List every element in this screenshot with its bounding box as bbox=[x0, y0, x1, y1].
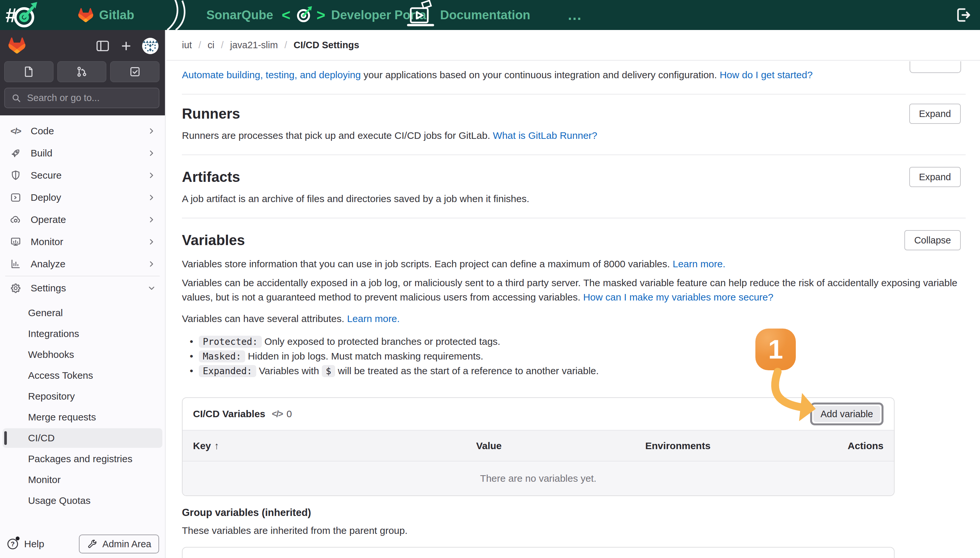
intro-text: Automate building, testing, and deployin… bbox=[182, 61, 966, 82]
logout-button[interactable] bbox=[953, 5, 972, 25]
sidebar-item-packages-registries[interactable]: Packages and registries bbox=[3, 449, 163, 469]
bookmark-label: Gitlab bbox=[99, 8, 134, 22]
search-icon bbox=[11, 93, 22, 103]
sort-ascending-icon: ↑ bbox=[214, 440, 219, 451]
column-value: Value bbox=[476, 440, 645, 451]
variables-section-header: Variables Collapse bbox=[182, 230, 966, 250]
admin-area-button[interactable]: Admin Area bbox=[79, 535, 159, 553]
artifacts-expand-button[interactable]: Expand bbox=[909, 167, 961, 187]
list-item: Expanded: Variables with $ will be treat… bbox=[182, 364, 966, 378]
avatar-pattern bbox=[142, 38, 158, 54]
issues-shortcut-button[interactable] bbox=[4, 61, 54, 82]
sidebar-item-cicd[interactable]: CI/CD bbox=[3, 428, 163, 448]
gitlab-sidebar: + bbox=[0, 30, 166, 558]
gear-icon bbox=[10, 282, 21, 294]
column-key[interactable]: Key↑ bbox=[193, 440, 476, 451]
sidebar-collapse-button[interactable] bbox=[95, 38, 110, 53]
angle-bracket-left-icon: < bbox=[282, 8, 291, 23]
merge-request-icon bbox=[75, 65, 89, 78]
bookmark-label: Documentation bbox=[440, 8, 530, 22]
wrench-icon bbox=[87, 538, 98, 550]
variables-count-badge: 0 bbox=[287, 409, 292, 420]
chevron-right-icon bbox=[147, 259, 156, 269]
runners-expand-button[interactable]: Expand bbox=[909, 103, 961, 124]
variable-attributes-list: Protected: Only exposed to protected bra… bbox=[182, 335, 966, 378]
help-button[interactable]: ? Help bbox=[6, 537, 44, 551]
sidebar-item-settings[interactable]: Settings bbox=[3, 278, 163, 299]
active-indicator bbox=[4, 431, 7, 445]
todos-shortcut-button[interactable] bbox=[110, 61, 159, 82]
code-icon: </> bbox=[10, 126, 21, 136]
annotation-highlight-ring: Add variable bbox=[810, 402, 883, 425]
app-logo[interactable]: # bbox=[5, 1, 40, 29]
code-icon: </> bbox=[272, 409, 282, 419]
sidebar-item-code[interactable]: </> Code bbox=[3, 121, 163, 141]
plus-icon: + bbox=[121, 36, 131, 56]
breadcrumb-subgroup[interactable]: ci bbox=[208, 40, 215, 51]
chevron-right-icon bbox=[147, 193, 156, 202]
sidebar-item-monitor[interactable]: Monitor bbox=[3, 231, 163, 252]
chevron-right-icon bbox=[147, 148, 156, 158]
todo-check-icon bbox=[128, 65, 141, 78]
sidebar-item-build[interactable]: Build bbox=[3, 143, 163, 164]
sidebar-item-webhooks[interactable]: Webhooks bbox=[3, 345, 163, 364]
what-is-runner-link[interactable]: What is GitLab Runner? bbox=[493, 130, 597, 141]
runners-section-header: Runners Expand bbox=[182, 103, 966, 124]
sidebar-item-general[interactable]: General bbox=[3, 303, 163, 323]
runners-title: Runners bbox=[182, 105, 240, 122]
gitlab-tanuki-icon bbox=[78, 8, 93, 22]
chart-icon bbox=[10, 258, 21, 270]
sidebar-item-merge-requests[interactable]: Merge requests bbox=[3, 407, 163, 427]
sidebar-item-secure[interactable]: Secure bbox=[3, 165, 163, 186]
bookmarks-overflow-button[interactable]: ... bbox=[568, 7, 582, 23]
group-variables-description: These variables are inherited from the p… bbox=[182, 524, 966, 538]
variables-collapse-button[interactable]: Collapse bbox=[904, 230, 961, 250]
sidebar-item-operate[interactable]: Operate bbox=[3, 209, 163, 230]
rocket-icon bbox=[10, 147, 21, 159]
breadcrumb-project[interactable]: java21-slim bbox=[230, 40, 278, 51]
browser-bookmarks-bar: # Gitlab SonarQube < > bbox=[0, 0, 980, 30]
list-item: Masked: Hidden in job logs. Must match m… bbox=[182, 349, 966, 364]
learn-more-link[interactable]: Learn more. bbox=[673, 258, 726, 269]
sidebar-item-repository[interactable]: Repository bbox=[3, 387, 163, 406]
bookmark-gitlab[interactable]: Gitlab bbox=[78, 8, 134, 22]
chevron-right-icon bbox=[147, 237, 156, 247]
attributes-learn-more-link[interactable]: Learn more. bbox=[347, 313, 400, 324]
variables-secure-link[interactable]: How can I make my variables more secure? bbox=[583, 292, 774, 302]
dev-portal-target-icon bbox=[294, 6, 313, 24]
add-variable-button[interactable]: Add variable bbox=[813, 406, 880, 422]
variables-p3: Variables can have several attributes. L… bbox=[182, 312, 966, 326]
chevron-right-icon bbox=[147, 126, 156, 136]
monitor-icon bbox=[10, 236, 21, 248]
panel-toggle-icon bbox=[95, 38, 110, 53]
gitlab-logo-icon[interactable] bbox=[8, 37, 25, 53]
sidebar-item-analyze[interactable]: Analyze bbox=[3, 254, 163, 274]
section-divider bbox=[182, 218, 966, 218]
chevron-right-icon bbox=[147, 215, 156, 225]
sidebar-item-usage-quotas[interactable]: Usage Quotas bbox=[3, 491, 163, 510]
user-avatar[interactable] bbox=[142, 38, 158, 54]
variables-p2: Variables can be accidentally exposed in… bbox=[182, 276, 966, 304]
variables-title: Variables bbox=[182, 232, 245, 249]
masked-chip: Masked: bbox=[199, 350, 245, 363]
group-variables-card-header: CI/CD Variables </> 3 bbox=[182, 548, 894, 558]
sidebar-item-access-tokens[interactable]: Access Tokens bbox=[3, 366, 163, 385]
merge-requests-shortcut-button[interactable] bbox=[57, 61, 107, 82]
variables-table-header: Key↑ Value Environments Actions bbox=[182, 430, 894, 461]
get-started-link[interactable]: How do I get started? bbox=[719, 69, 813, 80]
artifacts-title: Artifacts bbox=[182, 169, 240, 185]
sidebar-item-integrations[interactable]: Integrations bbox=[3, 324, 163, 343]
automate-link[interactable]: Automate building, testing, and deployin… bbox=[182, 69, 361, 80]
create-new-button[interactable]: + bbox=[121, 38, 131, 53]
sidebar-item-deploy[interactable]: Deploy bbox=[3, 187, 163, 208]
empty-state-row: There are no variables yet. bbox=[182, 461, 894, 496]
search-input[interactable]: Search or go to... bbox=[4, 88, 159, 108]
sidebar-item-monitor-settings[interactable]: Monitor bbox=[3, 470, 163, 489]
group-variables-card: CI/CD Variables </> 3 bbox=[182, 547, 895, 558]
chevron-right-icon bbox=[147, 171, 156, 180]
breadcrumb-group[interactable]: iut bbox=[182, 40, 192, 51]
bookmark-documentation[interactable]: Documentation bbox=[407, 1, 530, 29]
bookmark-sonarqube[interactable]: SonarQube bbox=[165, 0, 273, 30]
target-logo-icon bbox=[12, 1, 40, 29]
main-panel: iut / ci / java21-slim / CI/CD Settings … bbox=[166, 30, 980, 558]
